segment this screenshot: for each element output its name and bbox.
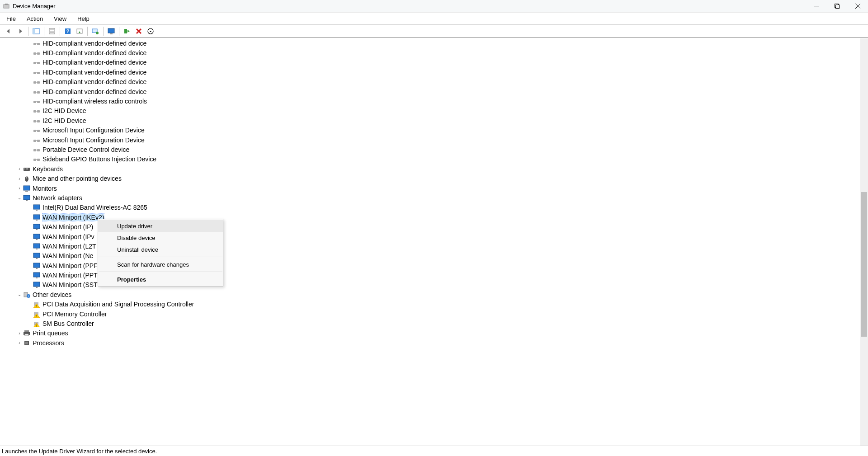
net-icon [33, 262, 40, 269]
tree-item-label: WAN Miniport (SST [42, 281, 98, 288]
tree-item-label: Monitors [33, 185, 57, 192]
tree-item-hid[interactable]: Microsoft Input Configuration Device [0, 126, 868, 135]
svg-rect-8 [33, 28, 35, 34]
ctx-update-driver[interactable]: Update driver [98, 220, 223, 232]
tree-item-label: Intel(R) Dual Band Wireless-AC 8265 [42, 204, 147, 211]
tree-category-other[interactable]: ⌄?Other devices [0, 290, 868, 299]
back-button[interactable] [4, 26, 14, 36]
close-button[interactable] [847, 0, 868, 13]
help-button[interactable]: ? [63, 26, 73, 36]
maximize-button[interactable] [826, 0, 847, 13]
svg-rect-69 [24, 186, 30, 190]
tree-item-other[interactable]: !SM Bus Controller [0, 319, 868, 328]
tree-item-hid[interactable]: I2C HID Device [0, 116, 868, 125]
tree-category-mice[interactable]: ›Mice and other pointing devices [0, 174, 868, 183]
tree-category-keyboards[interactable]: ›Keyboards [0, 164, 868, 174]
svg-rect-39 [33, 91, 36, 94]
properties-button[interactable] [47, 26, 57, 36]
tree-expander-icon[interactable]: ⌄ [17, 292, 22, 297]
tree-item-hid[interactable]: Microsoft Input Configuration Device [0, 135, 868, 145]
svg-rect-79 [33, 234, 40, 239]
tree-expander-icon[interactable]: › [17, 340, 22, 345]
tree-item-other[interactable]: !PCI Data Acquisition and Signal Process… [0, 300, 868, 309]
hid-icon [33, 78, 40, 85]
tree-item-hid[interactable]: Sideband GPIO Buttons Injection Device [0, 155, 868, 164]
tree-expander-icon[interactable]: › [17, 186, 22, 191]
tree-item-hid[interactable]: I2C HID Device [0, 106, 868, 116]
show-hide-console-button[interactable] [31, 26, 41, 36]
ctx-uninstall-device[interactable]: Uninstall device [98, 244, 223, 255]
tree-item-hid[interactable]: HID-compliant vendor-defined device [0, 77, 868, 87]
svg-rect-52 [37, 130, 40, 132]
tree-category-network[interactable]: ⌄Network adapters [0, 193, 868, 202]
tree-item-hid[interactable]: HID-compliant wireless radio controls [0, 96, 868, 106]
tree-item-label: PCI Data Acquisition and Signal Processi… [42, 301, 194, 308]
svg-text:!: ! [36, 305, 37, 308]
minimize-button[interactable] [806, 0, 826, 13]
tree-item-label: PCI Memory Controller [42, 310, 107, 318]
tree-item-hid[interactable]: HID-compliant vendor-defined device [0, 87, 868, 96]
menu-action[interactable]: Action [26, 14, 44, 23]
print-icon [23, 329, 30, 337]
uninstall-device-button[interactable] [146, 26, 156, 36]
tree-expander-icon[interactable]: ⌄ [17, 195, 22, 200]
tree-expander-icon[interactable]: › [17, 166, 22, 171]
tree-category-processors[interactable]: ›Processors [0, 338, 868, 348]
tree-item-other[interactable]: !PCI Memory Controller [0, 309, 868, 319]
tree-item-hid[interactable]: HID-compliant vendor-defined device [0, 67, 868, 77]
svg-rect-84 [36, 258, 38, 259]
enable-device-button[interactable] [122, 26, 132, 36]
device-tree[interactable]: HID-compliant vendor-defined deviceHID-c… [0, 38, 868, 446]
menu-help[interactable]: Help [76, 14, 90, 23]
scrollbar-thumb[interactable] [861, 192, 867, 337]
update-driver-button[interactable] [75, 26, 85, 36]
svg-rect-43 [37, 101, 40, 103]
tree-item-label: Portable Device Control device [42, 146, 129, 153]
hid-icon [33, 59, 40, 66]
tree-item-label: WAN Miniport (IPv [42, 233, 94, 240]
kb-icon [23, 165, 30, 173]
tree-item-hid[interactable]: Portable Device Control device [0, 145, 868, 154]
svg-rect-72 [26, 200, 28, 201]
ctx-scan-hardware[interactable]: Scan for hardware changes [98, 259, 223, 270]
svg-rect-42 [33, 101, 36, 103]
svg-rect-81 [33, 244, 40, 248]
svg-rect-24 [33, 43, 36, 45]
svg-rect-34 [37, 72, 40, 74]
tree-item-hid[interactable]: HID-compliant vendor-defined device [0, 38, 868, 48]
context-menu: Update driver Disable device Uninstall d… [98, 219, 223, 287]
tree-item-label: WAN Miniport (L2T [42, 243, 96, 250]
svg-rect-64 [24, 169, 25, 169]
tree-item-hid[interactable]: HID-compliant vendor-defined device [0, 58, 868, 67]
ctx-properties[interactable]: Properties [98, 273, 223, 285]
menu-view[interactable]: View [53, 14, 67, 23]
tree-category-monitors[interactable]: ›Monitors [0, 183, 868, 193]
svg-rect-70 [25, 191, 28, 192]
svg-rect-27 [33, 52, 36, 55]
svg-rect-30 [33, 62, 36, 64]
tree-item-network[interactable]: Intel(R) Dual Band Wireless-AC 8265 [0, 203, 868, 212]
net-icon [33, 223, 40, 230]
menu-file[interactable]: File [5, 14, 17, 23]
disable-device-button[interactable] [134, 26, 144, 36]
net-icon [33, 252, 40, 259]
tree-item-label: I2C HID Device [42, 117, 86, 124]
tree-expander-icon[interactable]: › [17, 176, 22, 181]
tree-item-label: HID-compliant vendor-defined device [42, 78, 146, 85]
svg-rect-77 [33, 224, 40, 229]
forward-button[interactable] [15, 26, 25, 36]
ctx-disable-device[interactable]: Disable device [98, 232, 223, 244]
scan-hardware-button[interactable] [90, 26, 100, 36]
hid-icon [33, 155, 40, 163]
hid-icon [33, 117, 40, 124]
hid-icon [33, 107, 40, 114]
svg-rect-80 [36, 239, 38, 240]
tree-item-hid[interactable]: HID-compliant vendor-defined device [0, 48, 868, 57]
device-monitor-button[interactable] [106, 26, 116, 36]
toolbar-separator [44, 27, 44, 36]
vertical-scrollbar[interactable] [860, 38, 868, 446]
tree-expander-icon[interactable]: › [17, 331, 22, 336]
svg-rect-40 [37, 91, 40, 94]
svg-rect-49 [37, 120, 40, 122]
tree-category-print[interactable]: ›Print queues [0, 329, 868, 338]
